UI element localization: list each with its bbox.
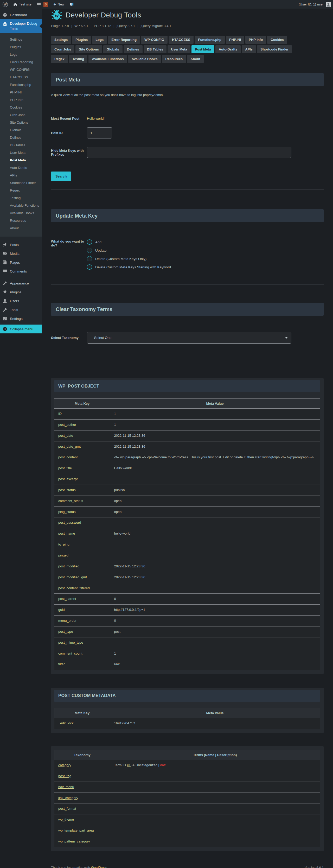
tab-auto-drafts[interactable]: Auto-Drafts [215, 45, 241, 53]
taxonomy-link-category[interactable]: category [58, 763, 71, 767]
sidebar-subitem-shortcode-finder[interactable]: Shortcode Finder [0, 179, 42, 187]
version-item: jQuery Migrate 3.4.1 [141, 24, 171, 28]
tab-post-meta[interactable]: Post Meta [192, 45, 214, 53]
radio-button-delete-custom-meta-keys-starting-with-keyword[interactable] [87, 265, 92, 270]
sidebar-subitem-auto-drafts[interactable]: Auto-Drafts [0, 164, 42, 172]
sidebar-subitem-php-ini[interactable]: PHP.INI [0, 89, 42, 96]
taxonomy-link-link-category[interactable]: link_category [58, 796, 78, 800]
debug-tools-adminbar-icon-item[interactable] [67, 0, 76, 8]
sidebar-item-settings[interactable]: Settings [0, 314, 42, 323]
sidebar-subitem-defines[interactable]: Defines [0, 134, 42, 141]
tab-resources[interactable]: Resources [162, 55, 186, 63]
sidebar-subitem-regex[interactable]: Regex [0, 187, 42, 194]
sidebar-subitem-about[interactable]: About [0, 224, 42, 232]
sidebar-subitem-plugins[interactable]: Plugins [0, 43, 42, 51]
avatar[interactable] [326, 2, 331, 7]
taxonomy-link-post-format[interactable]: post_format [58, 807, 76, 810]
tab-htaccess[interactable]: HTACCESS [169, 36, 194, 44]
collapse-menu-button[interactable]: Collapse menu [0, 324, 42, 333]
tab-available-functions[interactable]: Available Functions [89, 55, 127, 63]
taxonomy-link-wp-template-part-area[interactable]: wp_template_part_area [58, 829, 94, 832]
sidebar-subitem-apis[interactable]: APIs [0, 172, 42, 179]
tab-php-ini[interactable]: PHP.INI [226, 36, 244, 44]
radio-label: Delete (Custom Meta Keys Only) [95, 257, 146, 261]
tab-about[interactable]: About [187, 55, 204, 63]
tab-functions-php[interactable]: Functions.php [195, 36, 225, 44]
tab-logs[interactable]: Logs [92, 36, 107, 44]
sidebar-subitem-htaccess[interactable]: HTACCESS [0, 73, 42, 81]
site-name-menu[interactable]: Test site [10, 0, 34, 8]
tab-wp-config[interactable]: WP-CONFIG [141, 36, 168, 44]
sidebar-subitem-site-options[interactable]: Site Options [0, 119, 42, 126]
sidebar-subitem-php-info[interactable]: PHP Info [0, 96, 42, 103]
tab-site-options[interactable]: Site Options [75, 45, 102, 53]
sidebar-subitem-user-meta[interactable]: User Meta [0, 149, 42, 156]
radio-button-update[interactable] [87, 248, 92, 253]
tab-globals[interactable]: Globals [103, 45, 123, 53]
sidebar-subitem-testing[interactable]: Testing [0, 194, 42, 202]
taxonomy-cell: link_category [54, 793, 110, 803]
tab-testing[interactable]: Testing [69, 55, 88, 63]
sidebar-item-users[interactable]: Users [0, 297, 42, 305]
tab-shortcode-finder[interactable]: Shortcode Finder [257, 45, 292, 53]
radio-label: Add [95, 240, 101, 244]
taxonomy-link-nav-menu[interactable]: nav_menu [58, 785, 74, 789]
radio-button-delete-custom-meta-keys-only[interactable] [87, 256, 92, 261]
new-content-menu[interactable]: + New [51, 0, 67, 8]
tab-db-tables[interactable]: DB Tables [144, 45, 167, 53]
tab-php-info[interactable]: PHP Info [245, 36, 266, 44]
sidebar-subitem-functions-php[interactable]: Functions.php [0, 81, 42, 89]
sidebar-item-appearance[interactable]: Appearance [0, 279, 42, 288]
term-id-link[interactable]: #1 [127, 763, 131, 767]
sidebar-subitem-error-reporting[interactable]: Error Reporting [0, 58, 42, 66]
page-footer: Thank you for creating with WordPress. V… [51, 866, 324, 868]
tab-user-meta[interactable]: User Meta [168, 45, 191, 53]
sidebar-item-posts[interactable]: Posts [0, 240, 42, 249]
sidebar-subitem-logs[interactable]: Logs [0, 51, 42, 58]
sidebar-subitem-wp-config[interactable]: WP-CONFIG [0, 66, 42, 73]
table-row: post_titleHello world! [54, 463, 320, 474]
tab-error-reporting[interactable]: Error Reporting [108, 36, 140, 44]
sidebar-item-comments[interactable]: Comments [0, 267, 42, 276]
user-info-label[interactable]: (User ID: 1) user [299, 2, 324, 6]
meta-value-cell: hello-world [110, 528, 320, 539]
tab-cron-jobs[interactable]: Cron Jobs [51, 45, 74, 53]
comments-menu[interactable]: 0 [34, 0, 51, 8]
most-recent-post-link[interactable]: Hello world! [87, 117, 105, 121]
hide-prefix-input[interactable] [87, 147, 291, 158]
post-id-input[interactable] [87, 127, 112, 138]
sidebar-subitem-db-tables[interactable]: DB Tables [0, 141, 42, 149]
sidebar-item-dashboard[interactable]: Dashboard [0, 10, 42, 19]
sidebar-item-tools[interactable]: Tools [0, 305, 42, 314]
user-icon [2, 299, 7, 304]
table-row: post_mime_type [54, 637, 320, 648]
sidebar-subitem-available-hooks[interactable]: Available Hooks [0, 209, 42, 217]
taxonomy-link-wp-pattern-category[interactable]: wp_pattern_category [58, 839, 90, 843]
tab-settings[interactable]: Settings [51, 36, 71, 44]
sidebar-subitem-resources[interactable]: Resources [0, 217, 42, 224]
tab-apis[interactable]: APIs [242, 45, 256, 53]
sidebar-item-media[interactable]: Media [0, 249, 42, 258]
taxonomy-select[interactable]: -- Select One -- [87, 332, 291, 344]
meta-key-cell: post_name [54, 528, 110, 539]
sidebar-subitem-available-functions[interactable]: Available Functions [0, 202, 42, 209]
sidebar-item-pages[interactable]: Pages [0, 258, 42, 267]
tab-cookies[interactable]: Cookies [267, 36, 287, 44]
sidebar-subitem-cron-jobs[interactable]: Cron Jobs [0, 111, 42, 119]
tab-defines[interactable]: Defines [124, 45, 142, 53]
taxonomy-link-post-tag[interactable]: post_tag [58, 774, 71, 778]
sidebar-subitem-post-meta[interactable]: Post Meta [0, 156, 42, 164]
sidebar-subitem-settings[interactable]: Settings [0, 36, 42, 43]
sidebar-item-plugins[interactable]: Plugins [0, 288, 42, 297]
sidebar-item-developer-debug-tools[interactable]: W Developer Debug Tools [0, 19, 42, 33]
sidebar-subitem-cookies[interactable]: Cookies [0, 103, 42, 111]
taxonomy-link-wp-theme[interactable]: wp_theme [58, 817, 74, 822]
wordpress-link[interactable]: WordPress [91, 866, 107, 868]
wp-logo-menu[interactable]: W [0, 0, 10, 8]
tab-regex[interactable]: Regex [51, 55, 68, 63]
search-button[interactable]: Search [51, 172, 71, 181]
radio-button-add[interactable] [87, 240, 92, 245]
sidebar-subitem-globals[interactable]: Globals [0, 126, 42, 134]
tab-available-hooks[interactable]: Available Hooks [128, 55, 161, 63]
tab-plugins[interactable]: Plugins [72, 36, 91, 44]
